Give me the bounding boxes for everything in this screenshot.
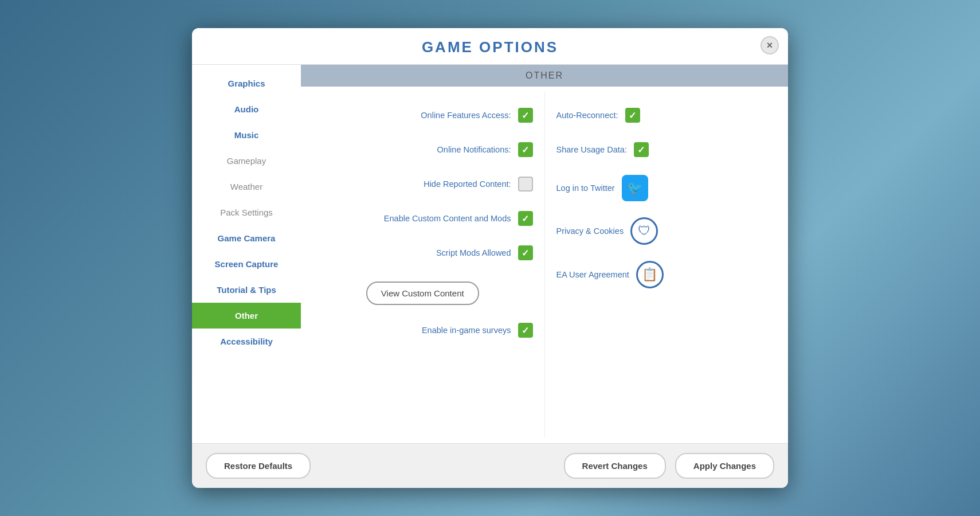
- sidebar-item-pack-settings[interactable]: Pack Settings: [192, 200, 301, 225]
- options-area: Online Features Access: Online Notificat…: [301, 87, 788, 443]
- main-content: Other Online Features Access: Online Not…: [301, 65, 788, 443]
- script-mods-checkbox[interactable]: [518, 245, 533, 260]
- share-usage-label: Share Usage Data:: [556, 145, 627, 154]
- modal-header: Game Options ×: [192, 28, 788, 65]
- sidebar-item-graphics[interactable]: Graphics: [192, 71, 301, 96]
- ea-agreement-row: EA User Agreement 📋: [545, 253, 789, 296]
- sidebar-item-other[interactable]: Other: [192, 303, 301, 329]
- view-custom-content-button[interactable]: View Custom Content: [366, 282, 479, 305]
- hide-reported-row: Hide Reported Content:: [301, 167, 544, 201]
- enable-custom-content-checkbox[interactable]: [518, 211, 533, 226]
- enable-surveys-checkbox[interactable]: [518, 323, 533, 338]
- sidebar-item-screen-capture[interactable]: Screen Capture: [192, 251, 301, 277]
- enable-surveys-label: Enable in-game surveys: [422, 326, 511, 335]
- share-usage-row: Share Usage Data:: [545, 132, 789, 167]
- apply-changes-button[interactable]: Apply Changes: [675, 453, 774, 479]
- close-button[interactable]: ×: [761, 36, 779, 54]
- twitter-row: Log in to Twitter 🐦: [545, 167, 789, 209]
- share-usage-checkbox[interactable]: [634, 142, 649, 157]
- online-notifications-checkbox[interactable]: [518, 142, 533, 157]
- ea-agreement-label: EA User Agreement: [556, 270, 629, 279]
- sidebar-item-audio[interactable]: Audio: [192, 96, 301, 122]
- twitter-button[interactable]: 🐦: [622, 175, 648, 201]
- online-notifications-label: Online Notifications:: [437, 145, 511, 154]
- footer-right: Revert Changes Apply Changes: [564, 453, 774, 479]
- sidebar-item-tutorial-tips[interactable]: Tutorial & Tips: [192, 277, 301, 303]
- revert-changes-button[interactable]: Revert Changes: [564, 453, 666, 479]
- sidebar-item-game-camera[interactable]: Game Camera: [192, 225, 301, 251]
- ea-agreement-button[interactable]: 📋: [636, 261, 664, 288]
- script-mods-row: Script Mods Allowed: [301, 236, 544, 270]
- modal-body: Graphics Audio Music Gameplay Weather Pa…: [192, 65, 788, 443]
- enable-surveys-row: Enable in-game surveys: [301, 313, 544, 347]
- restore-defaults-button[interactable]: Restore Defaults: [206, 453, 311, 479]
- document-icon: 📋: [642, 267, 657, 282]
- hide-reported-label: Hide Reported Content:: [424, 179, 511, 189]
- twitter-icon: 🐦: [627, 181, 642, 196]
- modal-title: Game Options: [422, 38, 558, 56]
- enable-custom-content-row: Enable Custom Content and Mods: [301, 201, 544, 236]
- online-features-label: Online Features Access:: [421, 111, 511, 120]
- right-column: Auto-Reconnect: Share Usage Data: Log in…: [545, 92, 789, 437]
- privacy-button[interactable]: 🛡: [630, 217, 658, 245]
- online-features-row: Online Features Access:: [301, 98, 544, 132]
- sidebar: Graphics Audio Music Gameplay Weather Pa…: [192, 65, 301, 443]
- sidebar-item-music[interactable]: Music: [192, 122, 301, 148]
- shield-icon: 🛡: [638, 224, 650, 239]
- view-cc-row: View Custom Content: [301, 270, 544, 313]
- sidebar-item-weather[interactable]: Weather: [192, 174, 301, 200]
- privacy-label: Privacy & Cookies: [556, 226, 624, 236]
- online-features-checkbox[interactable]: [518, 108, 533, 123]
- sidebar-item-gameplay[interactable]: Gameplay: [192, 148, 301, 174]
- privacy-row: Privacy & Cookies 🛡: [545, 209, 789, 253]
- sidebar-item-accessibility[interactable]: Accessibility: [192, 329, 301, 354]
- enable-custom-content-label: Enable Custom Content and Mods: [384, 214, 511, 223]
- twitter-label: Log in to Twitter: [556, 183, 615, 193]
- auto-reconnect-row: Auto-Reconnect:: [545, 98, 789, 132]
- auto-reconnect-checkbox[interactable]: [625, 108, 640, 123]
- online-notifications-row: Online Notifications:: [301, 132, 544, 167]
- left-column: Online Features Access: Online Notificat…: [301, 92, 545, 437]
- hide-reported-checkbox[interactable]: [518, 177, 533, 191]
- script-mods-label: Script Mods Allowed: [436, 248, 511, 257]
- auto-reconnect-label: Auto-Reconnect:: [556, 111, 618, 120]
- section-header: Other: [301, 65, 788, 87]
- modal-footer: Restore Defaults Revert Changes Apply Ch…: [192, 443, 788, 488]
- game-options-modal: Game Options × Graphics Audio Music Game…: [192, 28, 788, 488]
